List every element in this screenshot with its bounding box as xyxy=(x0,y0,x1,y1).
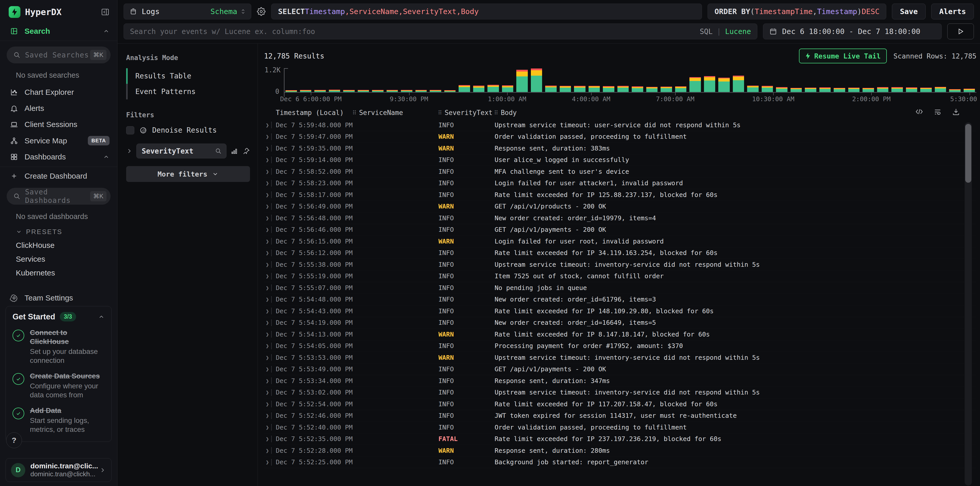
table-row[interactable]: ❯Dec 7 5:54:19.000 PMINFONew order creat… xyxy=(264,317,977,329)
table-row[interactable]: ❯Dec 7 5:58:17.000 PMINFORate limit exce… xyxy=(264,189,977,201)
expand-row-icon[interactable]: ❯ xyxy=(264,448,270,454)
chevron-right-icon[interactable] xyxy=(126,148,132,154)
table-row[interactable]: ❯Dec 7 5:54:13.000 PMWARNRate limit exce… xyxy=(264,328,977,340)
expand-row-icon[interactable]: ❯ xyxy=(264,343,270,349)
histogram-bar[interactable] xyxy=(430,90,441,92)
table-row[interactable]: ❯Dec 7 5:56:12.000 PMINFORate limit exce… xyxy=(264,247,977,259)
histogram-bar[interactable] xyxy=(300,90,312,92)
histogram-bar[interactable] xyxy=(545,86,557,92)
expand-row-icon[interactable]: ❯ xyxy=(264,285,270,291)
table-row[interactable]: ❯Dec 7 5:56:49.000 PMWARNGET /api/v1/pro… xyxy=(264,201,977,213)
histogram-bar[interactable] xyxy=(704,76,716,92)
get-started-item[interactable]: Create Data SourcesConfigure where your … xyxy=(13,371,105,399)
histogram-bar[interactable] xyxy=(776,87,788,92)
drag-handle-icon[interactable]: ⠿ xyxy=(352,110,356,116)
get-started-item[interactable]: Connect to ClickHouseSet up your databas… xyxy=(13,328,105,365)
histogram-bar[interactable] xyxy=(617,86,629,92)
table-row[interactable]: ❯Dec 7 5:59:48.000 PMINFOUpstream servic… xyxy=(264,120,977,131)
column-header-severitytext[interactable]: ⠿SeverityText xyxy=(438,109,494,116)
table-row[interactable]: ❯Dec 7 5:53:49.000 PMINFOGET /api/v1/pay… xyxy=(264,363,977,375)
severity-filter-input[interactable]: SeverityText xyxy=(136,143,226,158)
expand-row-icon[interactable]: ❯ xyxy=(264,378,270,384)
table-row[interactable]: ❯Dec 7 5:53:34.000 PMINFOResponse sent, … xyxy=(264,375,977,387)
expand-row-icon[interactable]: ❯ xyxy=(264,168,270,175)
save-button[interactable]: Save xyxy=(892,3,926,19)
histogram-bar[interactable] xyxy=(660,87,672,92)
expand-row-icon[interactable]: ❯ xyxy=(264,122,270,128)
histogram-icon[interactable] xyxy=(231,147,238,155)
expand-row-icon[interactable]: ❯ xyxy=(264,261,270,268)
table-row[interactable]: ❯Dec 7 5:52:35.000 PMFATALRate limit exc… xyxy=(264,433,977,445)
lucene-toggle[interactable]: Lucene xyxy=(725,27,751,36)
histogram-bar[interactable] xyxy=(502,85,514,92)
histogram-bar[interactable] xyxy=(285,90,297,92)
table-row[interactable]: ❯Dec 7 5:55:19.000 PMINFOItem 7525 out o… xyxy=(264,271,977,282)
expand-row-icon[interactable]: ❯ xyxy=(264,133,270,140)
table-row[interactable]: ❯Dec 7 5:54:05.000 PMINFOProcessing paym… xyxy=(264,340,977,352)
histogram-bar[interactable] xyxy=(805,88,816,92)
histogram-bar[interactable] xyxy=(531,69,542,92)
histogram-bar[interactable] xyxy=(646,87,658,92)
table-row[interactable]: ❯Dec 7 5:55:07.000 PMINFONo pending jobs… xyxy=(264,282,977,294)
histogram-bar[interactable] xyxy=(964,89,975,92)
histogram-bar[interactable] xyxy=(935,87,946,92)
expand-row-icon[interactable]: ❯ xyxy=(264,203,270,210)
table-row[interactable]: ❯Dec 7 5:56:46.000 PMINFOGET /api/v1/pay… xyxy=(264,224,977,236)
histogram-bar[interactable] xyxy=(632,86,643,92)
histogram-bar[interactable] xyxy=(415,90,427,92)
get-started-header[interactable]: Get Started 3/3 xyxy=(13,312,105,322)
table-row[interactable]: ❯Dec 7 5:55:38.000 PMINFOUpstream servic… xyxy=(264,259,977,271)
sidebar-item-chart-explorer[interactable]: Chart Explorer xyxy=(0,84,117,100)
histogram-bar[interactable] xyxy=(401,90,412,92)
expand-row-icon[interactable]: ❯ xyxy=(264,354,270,361)
expand-row-icon[interactable]: ❯ xyxy=(264,459,270,465)
expand-row-icon[interactable]: ❯ xyxy=(264,366,270,372)
sidebar-item-dashboards[interactable]: Dashboards xyxy=(0,149,117,165)
expand-row-icon[interactable]: ❯ xyxy=(264,413,270,419)
expand-row-icon[interactable]: ❯ xyxy=(264,331,270,338)
expand-row-icon[interactable]: ❯ xyxy=(264,145,270,151)
histogram-bar[interactable] xyxy=(589,86,600,92)
histogram-bar[interactable] xyxy=(343,90,355,92)
source-select[interactable]: Logs Schema xyxy=(124,3,251,19)
histogram-bar[interactable] xyxy=(791,88,802,92)
alerts-button[interactable]: Alerts xyxy=(931,3,974,19)
help-button[interactable]: ? xyxy=(6,432,22,448)
sidebar-item-alerts[interactable]: Alerts xyxy=(0,100,117,116)
table-row[interactable]: ❯Dec 7 5:59:14.000 PMINFOUser alice_w lo… xyxy=(264,155,977,166)
chevron-up-icon[interactable] xyxy=(103,28,110,35)
denoise-checkbox[interactable] xyxy=(126,126,134,134)
histogram-bar[interactable] xyxy=(718,78,730,92)
table-row[interactable]: ❯Dec 7 5:58:23.000 PMINFOLogin failed fo… xyxy=(264,178,977,190)
expand-row-icon[interactable]: ❯ xyxy=(264,424,270,430)
run-query-button[interactable] xyxy=(947,24,974,39)
column-header-servicename[interactable]: ⠿ServiceName xyxy=(352,109,438,116)
lucene-search-input[interactable]: Search your events w/ Lucene ex. column:… xyxy=(124,24,757,39)
table-row[interactable]: ❯Dec 7 5:52:54.000 PMINFORate limit exce… xyxy=(264,398,977,410)
histogram-bar[interactable] xyxy=(747,86,759,92)
table-row[interactable]: ❯Dec 7 5:52:25.000 PMINFOBackground job … xyxy=(264,457,977,468)
histogram-bar[interactable] xyxy=(444,90,456,92)
histogram-bar[interactable] xyxy=(458,85,470,92)
drag-handle-icon[interactable]: ⠿ xyxy=(438,110,442,116)
drag-handle-icon[interactable]: ⠿ xyxy=(494,110,498,116)
expand-row-icon[interactable]: ❯ xyxy=(264,389,270,395)
more-filters-button[interactable]: More filters xyxy=(126,166,250,182)
create-dashboard-button[interactable]: Create Dashboard xyxy=(0,168,117,183)
histogram-bar[interactable] xyxy=(891,87,903,92)
expand-row-icon[interactable]: ❯ xyxy=(264,238,270,245)
histogram-bar[interactable] xyxy=(920,88,932,92)
histogram-bar[interactable] xyxy=(358,90,369,92)
download-icon[interactable] xyxy=(952,108,960,116)
column-header-timestamp[interactable]: Timestamp (Local) xyxy=(264,109,352,116)
resume-live-tail-button[interactable]: Resume Live Tail xyxy=(799,49,887,64)
histogram-bar[interactable] xyxy=(560,86,571,92)
histogram-bar[interactable] xyxy=(314,90,326,92)
expand-row-icon[interactable]: ❯ xyxy=(264,401,270,407)
expand-row-icon[interactable]: ❯ xyxy=(264,273,270,279)
table-row[interactable]: ❯Dec 7 5:56:48.000 PMINFONew order creat… xyxy=(264,212,977,224)
expand-row-icon[interactable]: ❯ xyxy=(264,250,270,256)
saved-searches-input[interactable]: Saved Searches ⌘K xyxy=(6,46,111,63)
histogram-bar[interactable] xyxy=(733,76,744,92)
histogram-bar[interactable] xyxy=(516,70,528,92)
